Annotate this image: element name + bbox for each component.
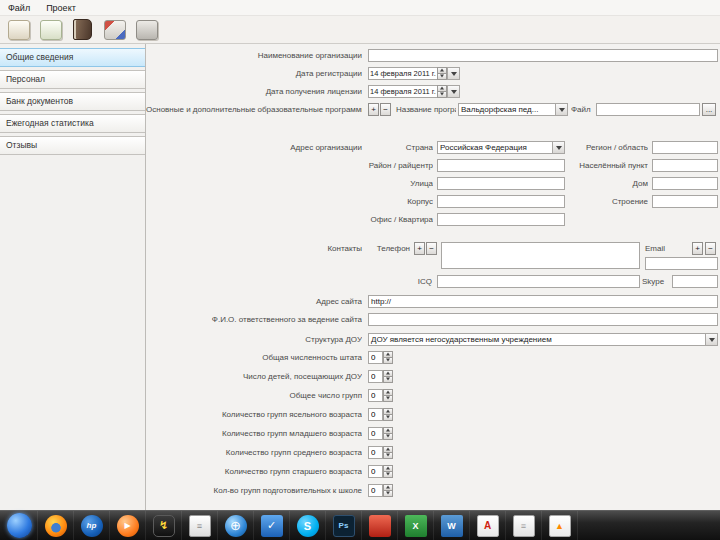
- spinner-arrows[interactable]: [383, 465, 393, 478]
- structure-input[interactable]: [652, 195, 718, 208]
- program-add-button[interactable]: +: [368, 103, 379, 116]
- spinner-down-icon[interactable]: [437, 74, 447, 80]
- program-select[interactable]: Вальдорфская пед...: [458, 103, 568, 116]
- spinner-down-icon[interactable]: [383, 453, 393, 459]
- counter-input-3[interactable]: [368, 408, 383, 421]
- word-icon[interactable]: W: [434, 511, 470, 540]
- program-browse-button[interactable]: ...: [702, 103, 716, 116]
- spinner-down-icon[interactable]: [437, 92, 447, 98]
- house-input[interactable]: [652, 177, 718, 190]
- spinner-down-icon[interactable]: [383, 434, 393, 440]
- spinner-down-icon[interactable]: [383, 396, 393, 402]
- phone-add-button[interactable]: +: [414, 242, 425, 255]
- icq-input[interactable]: [437, 275, 640, 288]
- start-button[interactable]: [2, 511, 38, 540]
- menu-file[interactable]: Файл: [0, 2, 38, 14]
- date-spinner[interactable]: [437, 67, 447, 80]
- sidebar-item-annual-statistics[interactable]: Ежегодная статистика: [0, 114, 145, 133]
- calendar-dropdown-icon[interactable]: [447, 86, 459, 97]
- counter-spinner-3[interactable]: [368, 408, 393, 421]
- spinner-arrows[interactable]: [383, 446, 393, 459]
- email-add-button[interactable]: +: [692, 242, 703, 255]
- counter-input-6[interactable]: [368, 465, 383, 478]
- spinner-up-icon[interactable]: [383, 446, 393, 453]
- program-file-input[interactable]: [596, 103, 700, 116]
- archive-book-button[interactable]: [69, 17, 96, 42]
- spinner-up-icon[interactable]: [383, 351, 393, 358]
- sidebar-item-documents-bank[interactable]: Банк документов: [0, 92, 145, 111]
- spinner-arrows[interactable]: [383, 484, 393, 497]
- card-index-button[interactable]: [101, 17, 128, 42]
- counter-spinner-0[interactable]: [368, 351, 393, 364]
- chevron-down-icon[interactable]: [705, 334, 717, 345]
- notes-icon[interactable]: ≡: [182, 511, 218, 540]
- spinner-arrows[interactable]: [383, 351, 393, 364]
- license-date-picker[interactable]: 14 февраля 2011 г.: [368, 85, 460, 98]
- spinner-down-icon[interactable]: [383, 358, 393, 364]
- counter-input-5[interactable]: [368, 446, 383, 459]
- structure-dou-select[interactable]: ДОУ является негосударственным учреждени…: [368, 333, 718, 346]
- new-card-button[interactable]: [5, 17, 32, 42]
- spinner-down-icon[interactable]: [383, 415, 393, 421]
- menu-project[interactable]: Проект: [38, 2, 84, 14]
- spinner-up-icon[interactable]: [383, 389, 393, 396]
- spinner-up-icon[interactable]: [383, 427, 393, 434]
- image-viewer-icon[interactable]: ▲: [542, 511, 578, 540]
- counter-spinner-2[interactable]: [368, 389, 393, 402]
- counter-input-1[interactable]: [368, 370, 383, 383]
- country-select[interactable]: Российская Федерация: [437, 141, 565, 154]
- counter-spinner-4[interactable]: [368, 427, 393, 440]
- document-icon[interactable]: ≡: [506, 511, 542, 540]
- counter-spinner-6[interactable]: [368, 465, 393, 478]
- settlement-input[interactable]: [652, 159, 718, 172]
- email-remove-button[interactable]: −: [705, 242, 716, 255]
- edit-card-button[interactable]: [37, 17, 64, 42]
- spinner-arrows[interactable]: [383, 370, 393, 383]
- database-button[interactable]: [133, 17, 160, 42]
- spinner-arrows[interactable]: [383, 408, 393, 421]
- red-app-icon[interactable]: [362, 511, 398, 540]
- spinner-down-icon[interactable]: [383, 377, 393, 383]
- spinner-down-icon[interactable]: [383, 472, 393, 478]
- calendar-dropdown-icon[interactable]: [447, 68, 459, 79]
- phone-remove-button[interactable]: −: [426, 242, 437, 255]
- counter-input-2[interactable]: [368, 389, 383, 402]
- sidebar-item-personnel[interactable]: Персонал: [0, 70, 145, 89]
- email-list[interactable]: [645, 257, 718, 270]
- daemon-tools-icon[interactable]: ↯: [146, 511, 182, 540]
- counter-input-4[interactable]: [368, 427, 383, 440]
- spinner-up-icon[interactable]: [383, 370, 393, 377]
- spinner-up-icon[interactable]: [383, 408, 393, 415]
- update-check-icon[interactable]: ✓: [254, 511, 290, 540]
- sidebar-item-reviews[interactable]: Отзывы: [0, 136, 145, 155]
- registration-date-picker[interactable]: 14 февраля 2011 г.: [368, 67, 460, 80]
- acrobat-reader-icon[interactable]: A: [470, 511, 506, 540]
- spinner-arrows[interactable]: [383, 389, 393, 402]
- photoshop-icon[interactable]: Ps: [326, 511, 362, 540]
- spinner-down-icon[interactable]: [383, 491, 393, 497]
- program-remove-button[interactable]: −: [380, 103, 391, 116]
- counter-input-0[interactable]: [368, 351, 383, 364]
- spinner-up-icon[interactable]: [437, 85, 447, 92]
- skype-input[interactable]: [672, 275, 718, 288]
- office-input[interactable]: [437, 213, 565, 226]
- spinner-up-icon[interactable]: [383, 484, 393, 491]
- counter-spinner-1[interactable]: [368, 370, 393, 383]
- building-input[interactable]: [437, 195, 565, 208]
- date-spinner[interactable]: [437, 85, 447, 98]
- sidebar-item-general[interactable]: Общие сведения: [0, 48, 145, 67]
- skype-icon[interactable]: S: [290, 511, 326, 540]
- media-player-icon[interactable]: ▶: [110, 511, 146, 540]
- phone-list[interactable]: [441, 242, 640, 269]
- firefox-icon[interactable]: [38, 511, 74, 540]
- counter-input-7[interactable]: [368, 484, 383, 497]
- org-name-input[interactable]: [368, 49, 718, 62]
- hp-icon[interactable]: hp: [74, 511, 110, 540]
- region-input[interactable]: [652, 141, 718, 154]
- spinner-up-icon[interactable]: [383, 465, 393, 472]
- spinner-arrows[interactable]: [383, 427, 393, 440]
- chevron-down-icon[interactable]: [555, 104, 567, 115]
- webmaster-input[interactable]: [368, 313, 718, 326]
- site-input[interactable]: [368, 295, 718, 308]
- excel-icon[interactable]: X: [398, 511, 434, 540]
